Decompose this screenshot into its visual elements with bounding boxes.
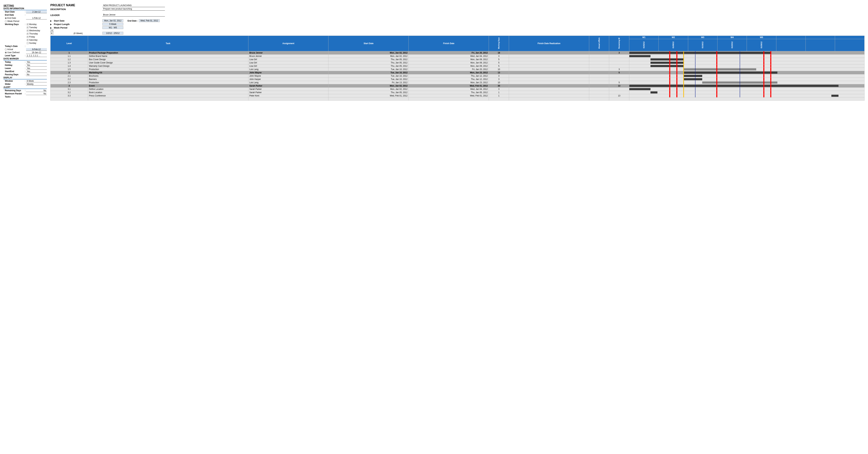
window-value[interactable]: 8 Week xyxy=(26,80,47,82)
marker-value[interactable]: No xyxy=(26,73,47,76)
remaining-days-label: Remaining Days xyxy=(3,89,24,92)
marker-label: Passing Days xyxy=(3,73,24,76)
gantt-cell xyxy=(629,55,864,58)
description-value[interactable]: Prepare new product launching xyxy=(102,7,165,10)
table-row[interactable]: 2.1BrochuresJohn WayneTue, Jan 10, 2012T… xyxy=(51,74,865,78)
checkbox-thursday[interactable] xyxy=(27,33,29,35)
remaining-days-value[interactable]: No xyxy=(26,89,47,92)
table-row[interactable]: 1.5ProductionLois LangTue, Jan 10, 2012F… xyxy=(51,68,865,71)
marker-label: Holiday xyxy=(3,64,24,66)
col-week[interactable]: W1 xyxy=(629,36,658,39)
expand-icon[interactable] xyxy=(50,20,52,22)
checkbox-monday[interactable] xyxy=(27,24,29,25)
slider-value[interactable]: Weekly xyxy=(26,83,47,85)
table-row[interactable]: 2Marketing KitJohn WayneTue, Jan 10, 201… xyxy=(51,71,865,74)
col-week-date[interactable] xyxy=(835,39,865,51)
col-start[interactable]: Start Date xyxy=(329,36,409,51)
expand-icon[interactable] xyxy=(50,24,52,25)
table-row[interactable]: 3.2Book LocationSarah ParkerThu, Jan 05,… xyxy=(51,91,865,94)
week-period-value: W1 - W5 xyxy=(102,26,123,29)
col-level[interactable]: Level xyxy=(51,36,88,51)
project-name-value[interactable]: NEW PRODUCT LAUNCHING xyxy=(102,4,165,7)
col-assignment[interactable]: Assignment xyxy=(248,36,329,51)
gantt-cell xyxy=(629,94,864,97)
level-type-value[interactable]: 1; 1.1; 1.1.1; .. xyxy=(26,54,47,57)
end-date-label: End Date xyxy=(3,14,24,16)
settings-panel: SETTING DATE INFORMATION Start Date : 2-… xyxy=(3,3,47,101)
checkbox-sunday[interactable] xyxy=(27,42,29,44)
marker-label: Start/End xyxy=(3,70,24,73)
end-date-radio[interactable] xyxy=(5,17,7,19)
max-parallel-value[interactable]: No xyxy=(26,92,47,95)
actual-date-value[interactable]: 6-Feb-12 xyxy=(26,48,47,51)
checkbox-friday[interactable] xyxy=(27,36,29,38)
marker-value[interactable]: Yes xyxy=(26,64,47,66)
marker-value[interactable]: Yes xyxy=(26,61,47,63)
user-defined-date-value[interactable]: 18-Jan-12 xyxy=(26,51,47,54)
col-week[interactable] xyxy=(806,36,835,39)
level-type-label: Level Type xyxy=(3,54,24,57)
start-date-value[interactable]: 2-Jan-12 xyxy=(26,10,47,13)
marker-value[interactable]: Yes xyxy=(26,70,47,73)
col-week-date[interactable]: 01/23/12 xyxy=(717,39,747,51)
marker-value[interactable]: Yes xyxy=(26,67,47,70)
date-marker-header: DATE MARKER xyxy=(3,58,47,60)
col-week-date[interactable]: 01/02/12 xyxy=(629,39,658,51)
project-length-value: 5 Week xyxy=(102,23,123,26)
table-row[interactable]: 1Product Package PreparationBruce Jenner… xyxy=(51,51,865,55)
col-remaining[interactable]: Remaining W xyxy=(609,36,629,51)
col-week[interactable] xyxy=(776,36,806,39)
slider-label: Slider xyxy=(3,83,24,85)
col-week[interactable] xyxy=(835,36,865,39)
table-row[interactable]: 3.3Press ConferencePeter KentWed, Feb 01… xyxy=(51,94,865,97)
col-task[interactable]: Task xyxy=(88,36,248,51)
week-period-radio[interactable] xyxy=(5,20,7,22)
proj-end-date-value: Wed, Feb 01, 2012 xyxy=(139,19,160,22)
expand-icon[interactable] xyxy=(50,27,52,29)
col-week-date[interactable] xyxy=(806,39,835,51)
end-date-value[interactable]: 1-Feb-12 xyxy=(26,17,47,20)
date-info-header: DATE INFORMATION xyxy=(3,7,47,10)
main-area: PROJECT NAME NEW PRODUCT LAUNCHING DESCR… xyxy=(50,3,865,101)
table-row[interactable]: 3.1Define LocationSarah ParkerMon, Jan 0… xyxy=(51,88,865,91)
gantt-cell xyxy=(629,74,864,78)
col-finish[interactable]: Finish Date xyxy=(409,36,489,51)
table-row[interactable]: 2.2BannersJohn HarperTue, Jan 10, 2012Th… xyxy=(51,78,865,81)
col-finish-realization[interactable]: Finish Date Realization xyxy=(509,36,589,51)
col-week-date[interactable]: 01/30/12 xyxy=(747,39,776,51)
project-name-label: PROJECT NAME xyxy=(50,3,102,7)
window-note: (8 Week) xyxy=(54,32,102,35)
gantt-cell xyxy=(629,68,864,71)
gantt-cell xyxy=(629,78,864,81)
gantt-cell xyxy=(629,51,864,55)
proj-end-date-label: End Date : xyxy=(123,20,139,22)
actual-radio[interactable] xyxy=(5,49,7,50)
leader-value[interactable]: Bruce Jenner xyxy=(102,13,165,17)
col-week-date[interactable] xyxy=(776,39,806,51)
table-row[interactable] xyxy=(51,97,865,101)
col-working-days[interactable]: Working Days xyxy=(489,36,509,51)
table-row[interactable]: 1.3User Guide Cover DesignLisa GirlThu, … xyxy=(51,61,865,64)
col-ahead-behind[interactable]: Ahead of/Beh xyxy=(589,36,609,51)
table-row[interactable]: 2.3ProductionLois LangFri, Jan 13, 2012M… xyxy=(51,81,865,84)
display-header: DISPLAY xyxy=(3,77,47,79)
table-row[interactable]: 1.4Warranty Card DesignLisa GirlThu, Jan… xyxy=(51,64,865,68)
col-week[interactable]: W2 xyxy=(659,36,688,39)
col-week[interactable]: W3 xyxy=(688,36,717,39)
gantt-cell xyxy=(629,58,864,61)
slider-prev-button[interactable]: ◄ xyxy=(50,29,54,32)
col-week[interactable]: W4 xyxy=(717,36,747,39)
checkbox-saturday[interactable] xyxy=(27,39,29,41)
table-row[interactable]: 3EventSarah ParkerMon, Jan 02, 2012Wed, … xyxy=(51,84,865,88)
checkbox-wednesday[interactable] xyxy=(27,30,29,32)
user-defined-radio[interactable] xyxy=(5,52,7,54)
col-week-date[interactable]: 01/16/12 xyxy=(688,39,717,51)
slider-next-button[interactable]: ► xyxy=(50,32,54,35)
table-row[interactable]: 1.2Box Cover DesignLisa GirlThu, Jan 05,… xyxy=(51,58,865,61)
gantt-cell xyxy=(629,84,864,88)
marker-label: Today xyxy=(3,61,24,63)
col-week[interactable]: W5 xyxy=(747,36,776,39)
table-row[interactable]: 1.1Define Brand NameBruce JennerMon, Jan… xyxy=(51,55,865,58)
col-week-date[interactable]: 01/09/12 xyxy=(659,39,688,51)
checkbox-tuesday[interactable] xyxy=(27,27,29,28)
